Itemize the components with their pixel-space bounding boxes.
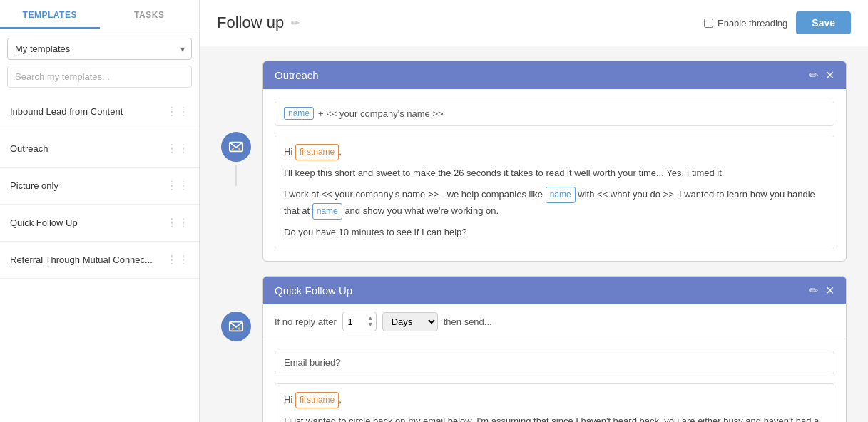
template-search-container bbox=[7, 66, 192, 88]
delay-row: If no reply after ▲▼ Days Hours Weeks th… bbox=[263, 304, 846, 339]
card-header-actions-outreach: ✏ ✕ bbox=[809, 68, 834, 82]
step-row-outreach: Outreach ✏ ✕ name + << your company's na… bbox=[221, 61, 847, 276]
drag-handle-icon: ⋮⋮ bbox=[166, 216, 189, 230]
card-header-followup: Quick Follow Up ✏ ✕ bbox=[263, 277, 846, 304]
delay-prefix: If no reply after bbox=[275, 316, 337, 327]
template-item-name: Inbound Lead from Content bbox=[10, 106, 123, 117]
drag-handle-icon: ⋮⋮ bbox=[166, 253, 189, 267]
title-area: Follow up ✏ bbox=[217, 14, 300, 32]
greeting-line-2: Hi firstname, bbox=[284, 392, 825, 408]
sidebar-tabs: TEMPLATES TASKS bbox=[0, 0, 199, 29]
email-step-icon-2 bbox=[221, 312, 251, 341]
tab-templates[interactable]: TEMPLATES bbox=[0, 0, 100, 29]
template-item-name: Outreach bbox=[10, 143, 48, 154]
main-header: Follow up ✏ Enable threading Save bbox=[200, 0, 868, 46]
subject-text-followup: Email buried? bbox=[284, 357, 341, 368]
drag-handle-icon: ⋮⋮ bbox=[166, 105, 189, 118]
enable-threading-text: Enable threading bbox=[718, 18, 787, 29]
greeting-line: Hi firstname, bbox=[284, 144, 825, 160]
delay-unit-select[interactable]: Days Hours Weeks bbox=[382, 312, 438, 331]
name-tag-2: name bbox=[312, 203, 342, 220]
body-p3: Do you have 10 minutes to see if I can h… bbox=[284, 225, 825, 240]
card-outreach: Outreach ✏ ✕ name + << your company's na… bbox=[262, 61, 847, 262]
list-item[interactable]: Outreach ⋮⋮ bbox=[0, 130, 199, 168]
enable-threading-checkbox[interactable] bbox=[704, 19, 713, 28]
enable-threading-label[interactable]: Enable threading bbox=[704, 18, 787, 29]
delay-number-input[interactable]: ▲▼ bbox=[342, 312, 377, 331]
step-icon-col-1 bbox=[221, 61, 251, 189]
card-body-outreach: name + << your company's name >> Hi firs… bbox=[263, 89, 846, 261]
step-connector-1 bbox=[235, 165, 237, 186]
edit-title-icon[interactable]: ✏ bbox=[291, 17, 300, 29]
subject-text: + << your company's name >> bbox=[318, 108, 444, 119]
body-p1: I'll keep this short and sweet to make t… bbox=[284, 166, 825, 181]
header-actions: Enable threading Save bbox=[704, 11, 851, 34]
tab-tasks[interactable]: TASKS bbox=[100, 0, 200, 29]
template-select[interactable]: My templates Shared templates bbox=[7, 38, 192, 60]
card-body-followup: Email buried? Hi firstname, I just wante… bbox=[263, 339, 846, 422]
sidebar: TEMPLATES TASKS My templates Shared temp… bbox=[0, 0, 200, 422]
name-tag-1: name bbox=[546, 187, 576, 203]
template-item-name: Referral Through Mutual Connec... bbox=[10, 254, 153, 265]
main-content: Follow up ✏ Enable threading Save bbox=[200, 0, 868, 422]
list-item[interactable]: Quick Follow Up ⋮⋮ bbox=[0, 205, 199, 242]
step-row-followup: Quick Follow Up ✏ ✕ If no reply after ▲▼ bbox=[221, 276, 847, 422]
firstname-tag-1: firstname bbox=[295, 144, 339, 160]
close-card-icon-2[interactable]: ✕ bbox=[825, 284, 834, 297]
stepper-icon: ▲▼ bbox=[367, 315, 374, 328]
template-item-name: Picture only bbox=[10, 180, 58, 191]
template-list: Inbound Lead from Content ⋮⋮ Outreach ⋮⋮… bbox=[0, 93, 199, 422]
edit-card-icon-2[interactable]: ✏ bbox=[809, 284, 818, 297]
drag-handle-icon: ⋮⋮ bbox=[166, 142, 189, 155]
delay-suffix: then send... bbox=[444, 316, 492, 327]
search-input[interactable] bbox=[7, 66, 192, 88]
email-body-followup: Hi firstname, I just wanted to circle ba… bbox=[275, 383, 834, 422]
body-p2: I work at << your company's name >> - we… bbox=[284, 187, 825, 220]
edit-card-icon[interactable]: ✏ bbox=[809, 68, 818, 82]
email-body-outreach: Hi firstname, I'll keep this short and s… bbox=[275, 135, 834, 249]
delay-unit-select-container[interactable]: Days Hours Weeks bbox=[382, 312, 438, 331]
drag-handle-icon: ⋮⋮ bbox=[166, 179, 189, 192]
step-icon-col-2 bbox=[221, 276, 251, 341]
subject-line-outreach: name + << your company's name >> bbox=[275, 101, 834, 126]
list-item[interactable]: Inbound Lead from Content ⋮⋮ bbox=[0, 93, 199, 130]
subject-line-followup: Email buried? bbox=[275, 351, 834, 374]
card-title-outreach: Outreach bbox=[275, 69, 319, 81]
list-item[interactable]: Picture only ⋮⋮ bbox=[0, 168, 199, 205]
sequence-area: Outreach ✏ ✕ name + << your company's na… bbox=[200, 46, 868, 422]
save-button[interactable]: Save bbox=[796, 11, 851, 34]
delay-number-field[interactable] bbox=[346, 316, 366, 327]
template-item-name: Quick Follow Up bbox=[10, 217, 78, 228]
card-header-actions-followup: ✏ ✕ bbox=[809, 284, 834, 297]
card-header-outreach: Outreach ✏ ✕ bbox=[263, 61, 846, 89]
email-step-icon bbox=[221, 132, 251, 162]
firstname-tag-2: firstname bbox=[295, 392, 339, 408]
template-dropdown[interactable]: My templates Shared templates ▾ bbox=[7, 38, 192, 60]
list-item[interactable]: Referral Through Mutual Connec... ⋮⋮ bbox=[0, 242, 199, 279]
page-title: Follow up bbox=[217, 14, 284, 32]
close-card-icon[interactable]: ✕ bbox=[825, 68, 834, 82]
card-followup: Quick Follow Up ✏ ✕ If no reply after ▲▼ bbox=[262, 276, 847, 422]
body-followup-p1: I just wanted to circle back on my email… bbox=[284, 414, 825, 422]
card-title-followup: Quick Follow Up bbox=[275, 284, 352, 297]
name-tag-subject: name bbox=[284, 107, 314, 120]
